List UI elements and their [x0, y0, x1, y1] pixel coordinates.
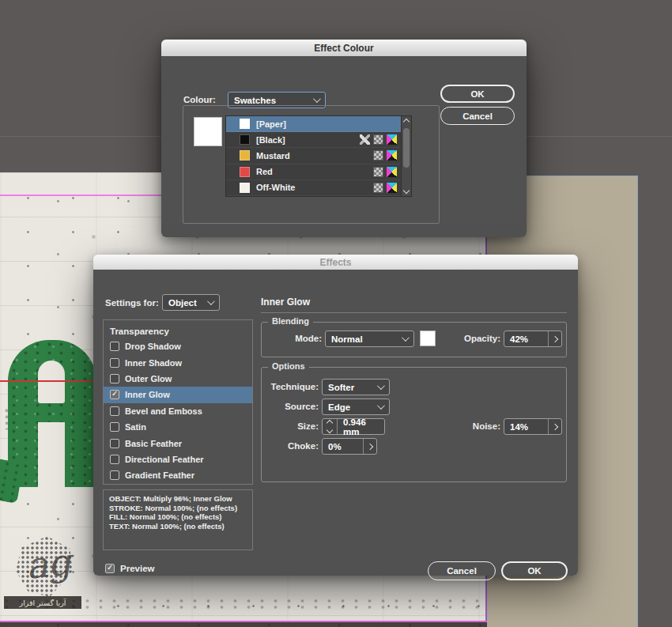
ok-button[interactable]: OK: [501, 561, 568, 580]
swatch-list-scrollbar[interactable]: [401, 116, 411, 196]
size-value[interactable]: 0.946 mm: [338, 419, 384, 434]
registration-checker-icon: [373, 134, 383, 145]
letter-counter-upper: [38, 361, 65, 403]
noise-value: 14%: [504, 419, 548, 434]
glow-colour-swatch[interactable]: [420, 330, 436, 346]
swatch-name: Mustard: [256, 151, 290, 161]
blending-groupbox: Blending Mode: Normal Opacity: 42%: [261, 322, 567, 357]
wall-bottom-shadow: [0, 622, 487, 627]
summary-line-text: TEXT: Normal 100%; (no effects): [109, 522, 247, 531]
noise-field[interactable]: 14%: [504, 418, 562, 435]
effect-colour-dialog: Effect Colour Colour: Swatches [Paper] […: [161, 40, 527, 237]
swatch-name: Red: [256, 167, 273, 176]
noise-label: Noise:: [455, 421, 500, 431]
swatch-name: Off-White: [256, 183, 295, 192]
effect-row-outer-glow[interactable]: Outer Glow: [104, 371, 252, 387]
gradient-feather-checkbox[interactable]: [110, 470, 119, 480]
cmyk-mode-icon: [387, 167, 397, 177]
effect-label: Inner Glow: [125, 390, 170, 399]
ok-button[interactable]: OK: [440, 85, 515, 103]
swatch-row-paper[interactable]: [Paper]: [226, 116, 401, 132]
effect-row-drop-shadow[interactable]: Drop Shadow: [104, 338, 252, 354]
preview-control[interactable]: Preview: [105, 564, 154, 573]
settings-for-label: Settings for:: [105, 298, 159, 308]
size-stepper[interactable]: [323, 419, 338, 434]
watermark: ag آریا گستر افزار: [0, 528, 92, 617]
stepper-down-icon[interactable]: [327, 427, 333, 433]
source-dropdown[interactable]: Edge: [322, 398, 390, 415]
effect-colour-title: Effect Colour: [314, 43, 373, 54]
effect-label: Satin: [125, 422, 146, 432]
outer-glow-checkbox[interactable]: [110, 374, 119, 383]
choke-flyout-button[interactable]: [363, 439, 376, 454]
scroll-down-icon[interactable]: [403, 187, 410, 194]
options-groupbox: Options Technique: Softer Source: Edge S…: [261, 367, 567, 482]
effects-titlebar[interactable]: Effects: [93, 255, 578, 270]
noise-flyout-button[interactable]: [548, 419, 561, 434]
effect-row-inner-glow[interactable]: Inner Glow: [104, 387, 252, 402]
effect-row-satin[interactable]: Satin: [104, 419, 252, 435]
satin-checkbox[interactable]: [110, 422, 119, 432]
preview-label: Preview: [120, 564, 154, 573]
effect-label: Inner Shadow: [125, 358, 182, 368]
no-edit-pencil-icon: [360, 134, 370, 145]
choke-label: Choke:: [263, 441, 319, 451]
effect-colour-titlebar[interactable]: Effect Colour: [161, 40, 527, 57]
effect-label: Bevel and Emboss: [125, 406, 202, 416]
chevron-down-icon: [313, 95, 321, 103]
chevron-down-icon: [207, 297, 215, 305]
summary-line-object: OBJECT: Multiply 96%; Inner Glow: [109, 494, 247, 504]
size-field[interactable]: 0.946 mm: [322, 418, 385, 435]
watermark-monogram: ag: [25, 543, 73, 584]
inner-shadow-checkbox[interactable]: [110, 358, 119, 368]
opacity-label: Opacity:: [455, 334, 500, 343]
effects-title: Effects: [319, 257, 351, 268]
technique-value: Softer: [328, 383, 354, 392]
effects-summary-box: OBJECT: Multiply 96%; Inner Glow STROKE:…: [103, 489, 253, 550]
swatch-color-chip: [240, 119, 250, 129]
swatch-row-red[interactable]: Red: [226, 164, 401, 180]
cancel-button[interactable]: Cancel: [428, 561, 496, 580]
directional-feather-checkbox[interactable]: [110, 455, 119, 464]
settings-for-dropdown[interactable]: Object: [162, 294, 220, 311]
options-legend: Options: [268, 361, 309, 371]
chevron-right-icon: [367, 443, 373, 449]
cmyk-mode-icon: [387, 134, 397, 145]
effect-row-bevel-emboss[interactable]: Bevel and Emboss: [104, 403, 252, 419]
choke-value: 0%: [323, 439, 363, 454]
letter-counter-lower: [38, 422, 65, 487]
effect-row-basic-feather[interactable]: Basic Feather: [104, 435, 252, 451]
opacity-field[interactable]: 42%: [504, 330, 562, 347]
swatch-row-black[interactable]: [Black]: [226, 132, 401, 148]
swatch-color-chip: [240, 183, 250, 193]
mode-label: Mode:: [277, 334, 322, 343]
panel-title: Inner Glow: [261, 297, 310, 308]
effect-row-inner-shadow[interactable]: Inner Shadow: [104, 354, 252, 370]
registration-checker-icon: [373, 150, 383, 161]
cancel-button[interactable]: Cancel: [440, 107, 515, 125]
opacity-flyout-button[interactable]: [548, 331, 561, 346]
choke-field[interactable]: 0%: [322, 438, 377, 455]
swatch-color-chip: [240, 134, 250, 145]
frame-edge-bottom[interactable]: [0, 621, 487, 622]
swatch-row-mustard[interactable]: Mustard: [226, 148, 401, 164]
swatch-name: [Black]: [256, 135, 285, 145]
inner-glow-checkbox[interactable]: [110, 390, 119, 399]
effect-row-gradient-feather[interactable]: Gradient Feather: [104, 467, 252, 483]
effect-row-directional-feather[interactable]: Directional Feather: [104, 451, 252, 467]
preview-checkbox[interactable]: [105, 564, 115, 573]
effect-label: Basic Feather: [125, 439, 182, 448]
drop-shadow-checkbox[interactable]: [110, 342, 119, 351]
effect-label: Directional Feather: [125, 455, 204, 464]
swatch-row-off-white[interactable]: Off-White: [226, 180, 401, 196]
stepper-up-icon[interactable]: [327, 420, 333, 426]
cmyk-mode-icon: [387, 183, 397, 193]
panel-title-separator: [261, 312, 567, 313]
technique-dropdown[interactable]: Softer: [322, 379, 390, 395]
bevel-emboss-checkbox[interactable]: [110, 406, 119, 416]
mode-dropdown[interactable]: Normal: [325, 330, 414, 347]
summary-line-fill: FILL: Normal 100%; (no effects): [109, 512, 247, 522]
scroll-up-icon[interactable]: [403, 119, 410, 125]
scrollbar-thumb[interactable]: [403, 128, 410, 168]
basic-feather-checkbox[interactable]: [110, 439, 119, 448]
